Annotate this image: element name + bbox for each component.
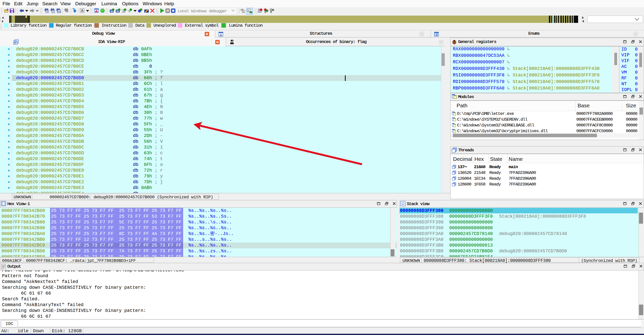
svg-text:101: 101: [57, 11, 61, 13]
svg-text:A: A: [81, 9, 84, 13]
svg-text:#: #: [47, 10, 48, 13]
svg-text:C: C: [243, 10, 245, 13]
svg-text:T: T: [52, 10, 54, 13]
svg-text:C: C: [248, 9, 250, 12]
